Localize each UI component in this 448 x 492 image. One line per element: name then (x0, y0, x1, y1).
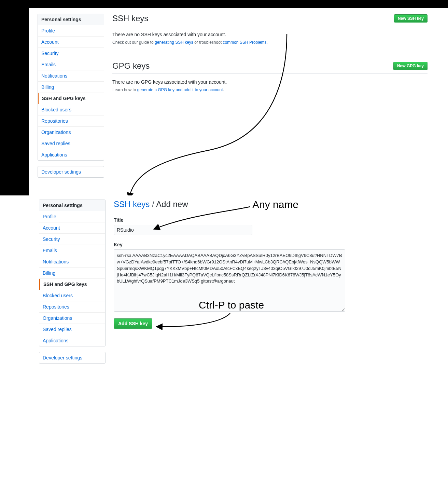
key-label: Key (114, 242, 440, 247)
breadcrumb: SSH keys / Add new (114, 200, 440, 209)
sidebar-item-repositories-2[interactable]: Repositories (39, 301, 105, 313)
sidebar-header-2: Personal settings (39, 200, 105, 211)
sidebar-item-developer-settings[interactable]: Developer settings (38, 166, 104, 177)
sidebar-item-developer-settings-2[interactable]: Developer settings (39, 352, 105, 363)
common-ssh-problems-link[interactable]: common SSH Problems (223, 40, 267, 45)
title-input[interactable] (114, 225, 252, 235)
add-ssh-key-submit-button[interactable]: Add SSH key (114, 318, 152, 329)
sidebar-item-saved-replies-2[interactable]: Saved replies (39, 324, 105, 335)
sidebar-item-profile-2[interactable]: Profile (39, 211, 105, 222)
ssh-help-text: Check out our guide to generating SSH ke… (112, 40, 428, 45)
sidebar-item-security-2[interactable]: Security (39, 234, 105, 245)
sidebar-item-saved-replies[interactable]: Saved replies (38, 138, 104, 149)
sidebar-item-emails-2[interactable]: Emails (39, 245, 105, 256)
key-textarea[interactable] (114, 249, 345, 312)
gpg-keys-heading: GPG keys (112, 61, 150, 71)
sidebar-item-account-2[interactable]: Account (39, 222, 105, 234)
new-ssh-key-button[interactable]: New SSH key (394, 14, 428, 23)
sidebar-item-billing[interactable]: Billing (38, 82, 104, 93)
sidebar-item-billing-2[interactable]: Billing (39, 268, 105, 279)
sidebar-item-profile[interactable]: Profile (38, 25, 104, 37)
sidebar-item-blocked-users[interactable]: Blocked users (38, 104, 104, 115)
generate-gpg-key-link[interactable]: generate a GPG key and add it to your ac… (137, 87, 223, 92)
sidebar-item-applications[interactable]: Applications (38, 149, 104, 160)
sidebar-item-notifications-2[interactable]: Notifications (39, 256, 105, 268)
gpg-empty-text: There are no GPG keys associated with yo… (112, 79, 428, 85)
sidebar-header: Personal settings (38, 14, 104, 25)
sidebar-item-organizations-2[interactable]: Organizations (39, 313, 105, 324)
sidebar-item-blocked-users-2[interactable]: Blocked users (39, 290, 105, 301)
sidebar-item-account[interactable]: Account (38, 37, 104, 48)
ssh-keys-heading: SSH keys (112, 14, 148, 23)
title-label: Title (114, 217, 440, 223)
sidebar-2: Personal settings Profile Account Securi… (39, 200, 106, 370)
sidebar-item-applications-2[interactable]: Applications (39, 335, 105, 346)
sidebar-item-repositories[interactable]: Repositories (38, 115, 104, 127)
breadcrumb-current: Add new (156, 200, 188, 209)
sidebar-item-notifications[interactable]: Notifications (38, 70, 104, 82)
ssh-empty-text: There are no SSH keys associated with yo… (112, 32, 428, 37)
sidebar-item-ssh-gpg-keys: SSH and GPG keys (38, 93, 104, 104)
sidebar: Personal settings Profile Account Securi… (38, 14, 104, 195)
breadcrumb-ssh-keys-link[interactable]: SSH keys (114, 200, 150, 209)
generating-ssh-keys-link[interactable]: generating SSH keys (155, 40, 193, 45)
sidebar-item-organizations[interactable]: Organizations (38, 127, 104, 138)
gpg-help-text: Learn how to generate a GPG key and add … (112, 87, 428, 92)
sidebar-item-security[interactable]: Security (38, 48, 104, 59)
sidebar-item-emails[interactable]: Emails (38, 59, 104, 70)
new-gpg-key-button[interactable]: New GPG key (393, 62, 428, 70)
sidebar-item-ssh-gpg-keys-2: SSH and GPG keys (39, 279, 105, 290)
